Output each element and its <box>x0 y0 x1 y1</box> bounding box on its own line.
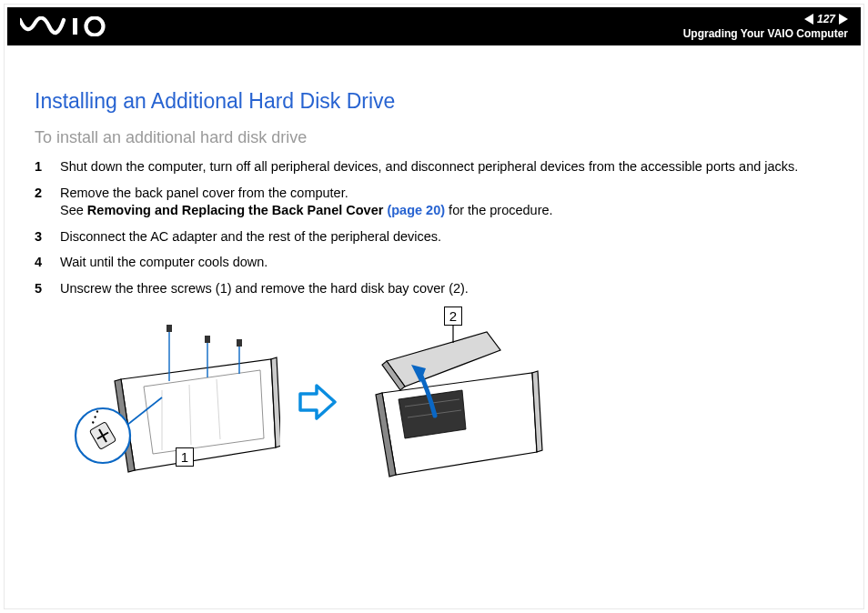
step-item: 3 Disconnect the AC adapter and the rest… <box>35 228 833 246</box>
step-item: 4 Wait until the computer cools down. <box>35 254 833 272</box>
step-number: 2 <box>35 185 47 220</box>
step-item: 2 Remove the back panel cover from the c… <box>35 185 833 220</box>
step-item: 5 Unscrew the three screws (1) and remov… <box>35 280 833 298</box>
page-nav: 127 <box>804 13 848 25</box>
step-text: Unscrew the three screws (1) and remove … <box>60 280 833 298</box>
header-bar: 127 Upgrading Your VAIO Computer <box>7 7 861 45</box>
svg-point-1 <box>86 18 104 35</box>
step-bold-ref: Removing and Replacing the Back Panel Co… <box>87 203 384 217</box>
svg-rect-12 <box>167 325 172 332</box>
step-text: Wait until the computer cools down. <box>60 254 833 272</box>
step-text: Remove the back panel cover from the com… <box>60 185 833 220</box>
svg-marker-2 <box>121 359 276 470</box>
callout-label-1: 1 <box>176 447 194 467</box>
breadcrumb: Upgrading Your VAIO Computer <box>683 27 848 40</box>
callout-label-2: 2 <box>444 306 462 326</box>
svg-rect-0 <box>73 18 77 35</box>
page-title: Installing an Additional Hard Disk Drive <box>35 89 833 114</box>
nav-next-arrow-icon[interactable] <box>839 14 848 25</box>
svg-rect-13 <box>205 336 210 343</box>
step-item: 1 Shut down the computer, turn off all p… <box>35 158 833 176</box>
step-text: Disconnect the AC adapter and the rest o… <box>60 228 833 246</box>
main-content: Installing an Additional Hard Disk Drive… <box>35 62 833 488</box>
computer-back-remove-cover-icon <box>355 316 555 488</box>
step-number: 5 <box>35 280 47 298</box>
step-list: 1 Shut down the computer, turn off all p… <box>35 158 833 297</box>
vaio-logo <box>20 16 120 36</box>
step-number: 4 <box>35 254 47 272</box>
arrow-right-icon <box>298 383 337 421</box>
section-subtitle: To install an additional hard disk drive <box>35 128 833 147</box>
nav-prev-arrow-icon[interactable] <box>804 14 813 25</box>
instruction-figure: 1 <box>71 316 833 488</box>
cross-reference-link[interactable]: (page 20) <box>383 203 445 217</box>
page-number: 127 <box>817 13 835 25</box>
svg-rect-14 <box>237 339 242 347</box>
step-number: 1 <box>35 158 47 176</box>
diagram-unscrew: 1 <box>71 316 280 488</box>
step-number: 3 <box>35 228 47 246</box>
diagram-remove-cover: 2 <box>355 316 555 488</box>
svg-marker-29 <box>387 332 500 387</box>
step-text: Shut down the computer, turn off all per… <box>60 158 833 176</box>
step-text-part: for the procedure. <box>445 203 553 217</box>
